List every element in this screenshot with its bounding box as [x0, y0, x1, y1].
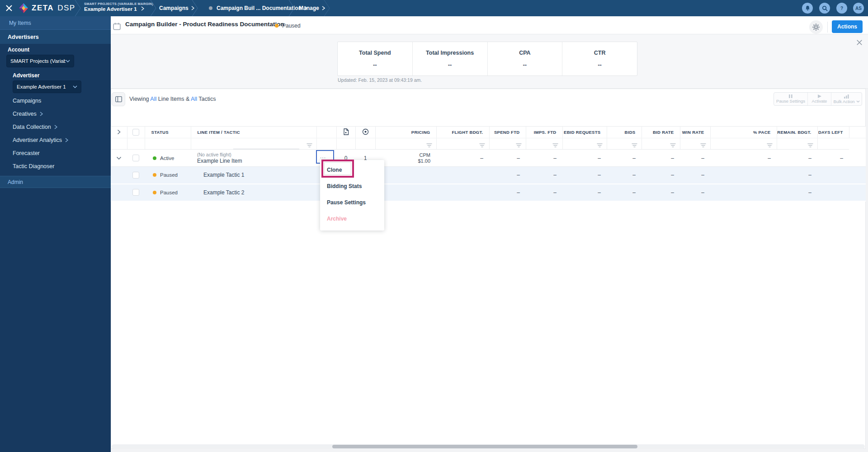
sidebar-item-data-collection[interactable]: Data Collection [13, 124, 57, 130]
bulk-action-button[interactable]: Bulk Action [831, 93, 862, 105]
filter-icon[interactable] [307, 143, 312, 147]
table-row-tactic[interactable]: Paused Example Tactic 2 – – – – – – – [111, 184, 866, 201]
cell-flight-bdgt [436, 184, 489, 201]
cell-bid-rate: – [642, 184, 680, 201]
filter-icon[interactable] [700, 143, 706, 147]
line-item-name[interactable]: Example Line Item [197, 158, 316, 164]
col-pace[interactable]: % PACE [710, 127, 777, 138]
layout-button[interactable] [112, 92, 125, 106]
status-dot-paused [153, 191, 156, 194]
col-ebid-requests[interactable]: EBID REQUESTS [562, 127, 607, 138]
col-status[interactable]: STATUS [145, 127, 191, 138]
status-dot-paused [153, 173, 156, 177]
sidebar-item-forecaster[interactable]: Forecaster [13, 150, 40, 156]
table-row-line-item[interactable]: Active (No active flight) Example Line I… [111, 150, 866, 167]
filter-icon[interactable] [632, 143, 637, 147]
line-item-filter-input[interactable] [233, 145, 299, 149]
zeta-logo[interactable]: ZETA DSP [18, 3, 75, 14]
filter-icon[interactable] [516, 143, 522, 147]
avatar[interactable]: AS [853, 3, 864, 14]
breadcrumb-separator [150, 0, 156, 16]
col-imps-ftd[interactable]: IMPS. FTD [526, 127, 562, 138]
select-all-checkbox[interactable] [132, 129, 139, 136]
bulk-actions-toolbar: Pause Settings Activate Bulk Action [774, 92, 862, 106]
stat-total-impressions: Total Impressions -- [412, 42, 487, 75]
search-button[interactable] [819, 3, 830, 14]
collapse-row-icon[interactable] [116, 156, 122, 160]
sidebar-item-my-items[interactable]: My Items [0, 16, 111, 30]
pause-settings-button[interactable]: Pause Settings [774, 93, 807, 105]
actions-button[interactable]: Actions [832, 20, 863, 33]
viewing-all-tactics-link[interactable]: All [191, 96, 197, 102]
col-pricing[interactable]: PRICING [375, 127, 436, 138]
cell-imps-ftd: – [526, 167, 562, 184]
breadcrumb-item-manage[interactable]: Manage [299, 0, 325, 16]
sidebar-item-admin[interactable]: Admin [0, 176, 111, 188]
tactic-name[interactable]: Example Tactic 1 [197, 172, 316, 178]
stat-total-spend: Total Spend -- [338, 42, 412, 75]
logo-diamond-icon [18, 3, 29, 14]
cell-remain-bdgt: – [777, 150, 817, 167]
col-days-left[interactable]: DAYS LEFT [817, 127, 849, 138]
chevron-right-icon [141, 6, 144, 11]
chevron-down-icon [66, 60, 70, 62]
breadcrumb-item-campaigns[interactable]: Campaigns [159, 0, 194, 16]
flight-note: (No active flight) [197, 152, 316, 158]
settings-button[interactable] [809, 20, 823, 34]
row-checkbox[interactable] [132, 172, 139, 179]
advertiser-select[interactable]: Example Advertiser 1 [13, 80, 81, 93]
status-dot [275, 24, 278, 28]
logo-text-dsp: DSP [57, 4, 75, 13]
row-checkbox[interactable] [132, 189, 139, 196]
menu-item-clone[interactable]: Clone [320, 162, 384, 178]
sidebar-item-tactic-diagnoser[interactable]: Tactic Diagnoser [13, 163, 54, 170]
chevron-right-icon [40, 112, 43, 116]
pause-icon [789, 94, 793, 98]
menu-item-bidding-stats[interactable]: Bidding Stats [320, 178, 384, 194]
expand-all-icon[interactable] [117, 129, 121, 135]
calendar-icon [113, 22, 121, 30]
col-remain-bdgt[interactable]: REMAIN. BDGT. [777, 127, 817, 138]
menu-item-archive[interactable]: Archive [320, 211, 384, 227]
columns-icon [115, 96, 122, 102]
horizontal-scrollbar-thumb[interactable] [332, 445, 637, 448]
filter-icon[interactable] [597, 143, 603, 147]
status-label: Paused [282, 23, 301, 29]
sidebar-item-advertiser-analytics[interactable]: Advertiser Analytics [13, 137, 68, 143]
logo-text-zeta: ZETA [32, 4, 54, 13]
account-select[interactable]: SMART Projects (Variable M... [6, 55, 74, 67]
stats-updated-timestamp: Updated: Feb. 15, 2023 at 09:43:19 am. [338, 77, 422, 83]
col-line-item-tactic[interactable]: LINE ITEM / TACTIC [191, 127, 316, 138]
cell-win-rate: – [680, 150, 710, 167]
cell-remain-bdgt: – [777, 167, 817, 184]
help-button[interactable]: ? [836, 3, 847, 14]
cell-bid-rate: – [642, 150, 680, 167]
stats-close-button[interactable] [856, 39, 863, 46]
cell-bids: – [607, 167, 642, 184]
menu-item-pause-settings[interactable]: Pause Settings [320, 194, 384, 211]
sidebar-item-creatives[interactable]: Creatives [13, 111, 43, 117]
notifications-button[interactable] [802, 3, 813, 14]
table-row-tactic[interactable]: Paused Example Tactic 1 – – – – – – – [111, 167, 866, 184]
viewing-all-line-items-link[interactable]: All [150, 96, 156, 102]
col-flight-bdgt[interactable]: FLIGHT BDGT. [436, 127, 489, 138]
col-win-rate[interactable]: WIN RATE [680, 127, 710, 138]
filter-icon[interactable] [670, 143, 676, 147]
sidebar-item-advertisers[interactable]: Advertisers [0, 30, 111, 44]
col-bid-rate[interactable]: BID RATE [642, 127, 680, 138]
sidebar-item-campaigns[interactable]: Campaigns [13, 98, 41, 104]
filter-icon[interactable] [552, 143, 558, 147]
activate-button[interactable]: Activate [807, 93, 831, 105]
tactic-name[interactable]: Example Tactic 2 [197, 189, 316, 196]
filter-icon[interactable] [426, 143, 432, 147]
cell-bid-rate: – [642, 167, 680, 184]
row-checkbox[interactable] [132, 155, 139, 161]
filter-icon[interactable] [767, 143, 773, 147]
close-icon[interactable] [5, 5, 13, 12]
cell-pace: – [710, 150, 777, 167]
filter-icon[interactable] [479, 143, 485, 147]
col-bids[interactable]: BIDS [607, 127, 642, 138]
cell-imps-ftd: – [526, 184, 562, 201]
filter-icon[interactable] [807, 143, 813, 147]
col-spend-ftd[interactable]: SPEND FTD [489, 127, 526, 138]
